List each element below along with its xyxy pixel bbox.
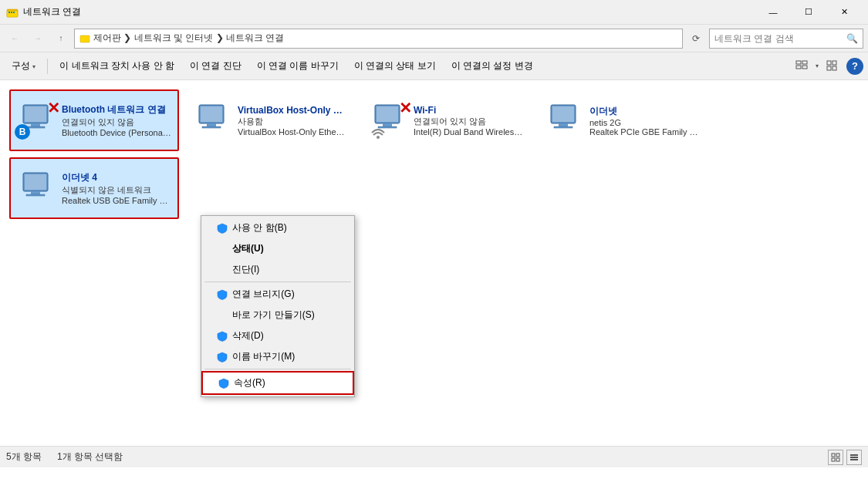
- svg-rect-41: [850, 454, 858, 456]
- settings-button[interactable]: 이 연결의 설정 변경: [444, 56, 540, 77]
- status-button[interactable]: 이 연결의 상태 보기: [347, 56, 443, 77]
- help-button[interactable]: ?: [846, 58, 863, 75]
- statusbar-count: 5개 항목 1개 항목 선택함: [6, 450, 123, 464]
- wifi-info: Wi-Fi 연결되어 있지 않음 Intel(R) Dual Band Wire…: [414, 105, 523, 137]
- pc-icon-eth4: [17, 170, 54, 207]
- refresh-button[interactable]: ⟳: [686, 29, 706, 49]
- search-input[interactable]: [714, 33, 843, 44]
- svg-rect-30: [552, 106, 574, 122]
- svg-rect-2: [8, 12, 10, 13]
- configure-button[interactable]: 구성 ▾: [5, 56, 42, 77]
- ethernet4-network-icon: [17, 170, 54, 207]
- network-folder-icon: [6, 6, 19, 19]
- network-item-ethernet[interactable]: 이더넷 netis 2G Realtek PCIe GBE Family Con…: [537, 89, 707, 151]
- view-options-button[interactable]: [791, 56, 812, 77]
- bluetooth-device: Bluetooth Device (Personal Area ...: [62, 128, 171, 137]
- pc-icon-vbox: [193, 102, 230, 139]
- item-count: 5개 항목: [6, 451, 42, 462]
- statusbar-view-btn-2[interactable]: [846, 450, 862, 465]
- wifi-network-icon: ✕: [369, 102, 406, 139]
- addressbar: ← → ↑ 제어판 ❯ 네트워크 및 인터넷 ❯ 네트워크 연결 ⟳ 🔍: [0, 25, 868, 52]
- network-item-wifi[interactable]: ✕ Wi-Fi 연결되어 있지 않음 Intel(R) Dual Band Wi…: [361, 89, 531, 151]
- back-button[interactable]: ←: [5, 29, 25, 49]
- main-content: B ✕ Bluetooth 네트워크 연결 연결되어 있지 않음 Bluetoo…: [0, 80, 868, 467]
- svg-rect-35: [31, 191, 40, 194]
- svg-rect-39: [832, 458, 835, 461]
- view-dropdown-arrow: ▾: [816, 62, 819, 69]
- selected-count: 1개 항목 선택함: [57, 451, 123, 462]
- svg-rect-6: [796, 61, 801, 64]
- search-box: 🔍: [709, 29, 863, 49]
- bluetooth-badge: B: [14, 123, 31, 140]
- svg-rect-16: [31, 123, 40, 126]
- wifi-status: 연결되어 있지 않음: [414, 116, 523, 127]
- disable-button[interactable]: 이 네트워크 장치 사용 안 함: [52, 56, 181, 77]
- network-item-ethernet4[interactable]: 이더넷 4 식별되지 않은 네트워크 Realtek USB GbE Famil…: [9, 157, 179, 219]
- wifi-x-overlay: ✕: [399, 99, 412, 117]
- ctx-rename-label: 이름 바꾸기(M): [232, 350, 295, 363]
- ctx-status[interactable]: 상태(U): [201, 238, 354, 259]
- titlebar-controls: — ☐ ✕: [755, 0, 862, 25]
- maximize-button[interactable]: ☐: [791, 0, 826, 25]
- network-item-virtualbox[interactable]: VirtualBox Host-Only Network 사용함 Virtual…: [185, 89, 355, 151]
- ctx-delete-label: 삭제(D): [232, 329, 264, 342]
- svg-rect-12: [827, 66, 831, 70]
- ethernet4-name: 이더넷 4: [62, 171, 171, 184]
- ethernet-status: netis 2G: [589, 118, 699, 127]
- virtualbox-device: VirtualBox Host-Only Ethernet A...: [238, 127, 347, 137]
- ethernet-info: 이더넷 netis 2G Realtek PCIe GBE Family Con…: [589, 105, 699, 137]
- ctx-separator-1: [204, 282, 351, 282]
- shield-icon-disable: [217, 223, 228, 234]
- ethernet4-device: Realtek USB GbE Family Controller...: [62, 196, 171, 205]
- bluetooth-status: 연결되어 있지 않음: [62, 116, 171, 128]
- close-button[interactable]: ✕: [826, 0, 862, 25]
- rename-button[interactable]: 이 연결 이름 바꾸기: [250, 56, 346, 77]
- wifi-name: Wi-Fi: [414, 105, 523, 116]
- view-icon: [795, 60, 808, 73]
- minimize-button[interactable]: —: [755, 0, 791, 25]
- titlebar: 네트워크 연결 — ☐ ✕: [0, 0, 868, 25]
- ctx-disable[interactable]: 사용 안 함(B): [201, 218, 354, 238]
- up-button[interactable]: ↑: [51, 29, 71, 49]
- ethernet-name: 이더넷: [589, 105, 699, 118]
- ctx-disable-label: 사용 안 함(B): [232, 221, 287, 234]
- x-overlay: ✕: [47, 99, 60, 117]
- virtualbox-status: 사용함: [238, 116, 347, 127]
- view-large-button[interactable]: [822, 56, 843, 77]
- search-icon: 🔍: [846, 33, 858, 44]
- ctx-properties[interactable]: 속성(R): [201, 371, 354, 395]
- breadcrumb-text: 제어판 ❯ 네트워크 및 인터넷 ❯ 네트워크 연결: [93, 32, 284, 45]
- forward-button[interactable]: →: [28, 29, 48, 49]
- svg-rect-42: [850, 457, 858, 458]
- wifi-device: Intel(R) Dual Band Wireless-AC 3...: [414, 127, 523, 137]
- pc-icon-eth: [545, 102, 582, 139]
- wifi-signal-icon: [370, 123, 386, 139]
- statusbar-list-icon: [849, 453, 859, 462]
- svg-rect-4: [13, 12, 15, 13]
- ctx-bridge[interactable]: 연결 브리지(G): [201, 284, 354, 305]
- ctx-rename[interactable]: 이름 바꾸기(M): [201, 346, 354, 367]
- virtualbox-network-icon: [193, 102, 230, 139]
- shield-icon-bridge: [217, 289, 228, 300]
- ethernet4-status: 식별되지 않은 네트워크: [62, 184, 171, 196]
- svg-point-28: [377, 136, 380, 139]
- titlebar-title: 네트워크 연결: [23, 5, 81, 19]
- ctx-delete[interactable]: 삭제(D): [201, 325, 354, 346]
- ctx-separator-2: [204, 369, 351, 369]
- diagnose-button[interactable]: 이 연결 진단: [183, 56, 248, 77]
- svg-rect-11: [833, 61, 836, 65]
- svg-rect-37: [832, 454, 835, 457]
- ctx-diagnose[interactable]: 진단(I): [201, 259, 354, 280]
- statusbar-view-btn-1[interactable]: [828, 450, 843, 465]
- ctx-shortcut[interactable]: 바로 가기 만들기(S): [201, 305, 354, 325]
- svg-rect-22: [207, 123, 216, 126]
- svg-rect-9: [802, 66, 807, 69]
- svg-rect-3: [11, 12, 12, 13]
- svg-rect-40: [836, 458, 839, 461]
- address-path[interactable]: 제어판 ❯ 네트워크 및 인터넷 ❯ 네트워크 연결: [74, 29, 683, 49]
- svg-rect-15: [25, 106, 46, 122]
- network-item-bluetooth[interactable]: B ✕ Bluetooth 네트워크 연결 연결되어 있지 않음 Bluetoo…: [9, 89, 179, 151]
- ctx-status-label: 상태(U): [232, 242, 264, 255]
- ethernet4-info: 이더넷 4 식별되지 않은 네트워크 Realtek USB GbE Famil…: [62, 171, 171, 205]
- svg-rect-38: [836, 454, 839, 457]
